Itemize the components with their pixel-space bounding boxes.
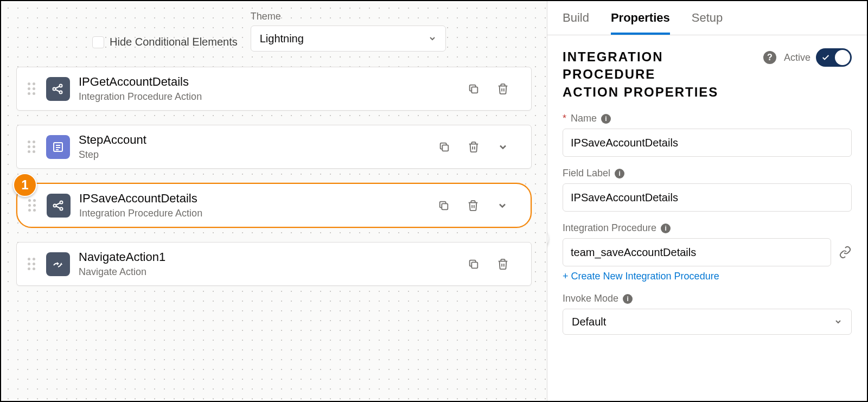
card-subtitle: Navigate Action: [79, 266, 458, 278]
card-title: NavigateAction1: [79, 250, 458, 264]
svg-line-4: [55, 90, 60, 92]
svg-rect-5: [471, 87, 477, 93]
name-label: Name: [571, 113, 597, 124]
info-icon[interactable]: i: [601, 114, 611, 124]
info-icon[interactable]: i: [615, 169, 624, 178]
invoke-mode-value: Default: [572, 316, 606, 328]
delete-icon[interactable]: [496, 258, 509, 271]
element-card-ipsaveaccountdetails[interactable]: IPSaveAccountDetails Integration Procedu…: [16, 183, 532, 228]
integration-procedure-value: team_saveAccountDetails: [571, 246, 696, 259]
properties-panel: Build Properties Setup INTEGRATION PROCE…: [547, 1, 867, 401]
panel-tabs: Build Properties Setup: [547, 1, 867, 35]
delete-icon[interactable]: [467, 199, 480, 212]
theme-field: Theme Lightning: [251, 11, 446, 52]
svg-rect-10: [442, 145, 448, 151]
canvas-area: Hide Conditional Elements Theme Lightnin…: [1, 1, 547, 401]
invoke-mode-select[interactable]: Default: [563, 309, 852, 335]
clone-icon[interactable]: [467, 258, 480, 271]
canvas-toolbar: Hide Conditional Elements Theme Lightnin…: [16, 11, 532, 52]
theme-value: Lightning: [260, 33, 304, 45]
card-subtitle: Step: [79, 149, 429, 161]
theme-label: Theme: [251, 11, 446, 22]
drag-handle-icon[interactable]: [28, 258, 37, 270]
svg-line-15: [56, 206, 60, 208]
checkbox-icon[interactable]: [92, 36, 104, 48]
panel-title-line: PROCEDURE: [563, 66, 718, 83]
invoke-mode-label: Invoke Mode: [563, 293, 618, 304]
drag-handle-icon[interactable]: [28, 199, 38, 212]
clone-icon[interactable]: [438, 141, 451, 154]
info-icon[interactable]: i: [661, 224, 671, 233]
card-title: IPGetAccountDetails: [79, 75, 458, 89]
active-toggle-label: Active: [784, 52, 810, 63]
annotation-badge-1: 1: [13, 173, 37, 197]
toggle-knob: [835, 50, 850, 65]
integration-procedure-label: Integration Procedure: [563, 222, 656, 234]
field-label-input[interactable]: IPSaveAccountDetails: [563, 183, 852, 212]
info-icon[interactable]: i: [623, 294, 633, 304]
element-card-ipgetaccountdetails[interactable]: IPGetAccountDetails Integration Procedur…: [16, 67, 532, 111]
drag-handle-icon[interactable]: [28, 82, 37, 95]
help-icon[interactable]: ?: [763, 51, 776, 64]
name-input[interactable]: IPSaveAccountDetails: [563, 129, 852, 157]
panel-body: INTEGRATION PROCEDURE ACTION PROPERTIES …: [547, 35, 867, 401]
clone-icon[interactable]: [467, 82, 480, 95]
card-title: IPSaveAccountDetails: [79, 192, 429, 206]
theme-select[interactable]: Lightning: [251, 25, 446, 52]
integration-procedure-input[interactable]: team_saveAccountDetails: [563, 238, 831, 266]
svg-line-14: [56, 203, 60, 205]
integration-procedure-icon: [46, 77, 70, 101]
step-icon: [46, 135, 70, 159]
svg-rect-17: [471, 262, 477, 268]
svg-line-3: [55, 86, 60, 88]
panel-title: INTEGRATION PROCEDURE ACTION PROPERTIES: [563, 48, 718, 101]
chevron-down-icon: [428, 34, 437, 43]
name-value: IPSaveAccountDetails: [571, 137, 678, 149]
delete-icon[interactable]: [467, 141, 480, 154]
integration-procedure-icon: [47, 194, 71, 218]
chevron-down-icon: [834, 317, 843, 326]
card-subtitle: Integration Procedure Action: [79, 208, 429, 219]
element-card-stepaccount[interactable]: StepAccount Step: [16, 125, 532, 169]
clone-icon[interactable]: [437, 199, 450, 212]
annotation-badge-2: 2: [547, 227, 548, 251]
card-subtitle: Integration Procedure Action: [79, 91, 458, 103]
panel-title-line: INTEGRATION: [563, 48, 718, 66]
active-toggle[interactable]: [816, 48, 852, 67]
field-label-label: Field Label: [563, 168, 610, 179]
required-indicator: *: [563, 113, 566, 124]
hide-conditional-checkbox[interactable]: Hide Conditional Elements: [92, 36, 238, 48]
expand-icon[interactable]: [496, 141, 509, 154]
tab-build[interactable]: Build: [563, 11, 589, 35]
create-integration-procedure-link[interactable]: + Create New Integration Procedure: [563, 271, 719, 282]
tab-properties[interactable]: Properties: [611, 11, 670, 35]
svg-rect-16: [442, 203, 448, 209]
check-icon: [821, 53, 830, 62]
navigate-action-icon: [46, 252, 70, 276]
link-icon[interactable]: [839, 246, 852, 259]
delete-icon[interactable]: [496, 82, 509, 95]
hide-conditional-label: Hide Conditional Elements: [110, 36, 238, 48]
tab-setup[interactable]: Setup: [692, 11, 723, 35]
panel-title-line: ACTION PROPERTIES: [563, 84, 718, 101]
card-title: StepAccount: [79, 133, 429, 147]
element-card-navigateaction1[interactable]: NavigateAction1 Navigate Action: [16, 242, 532, 286]
drag-handle-icon[interactable]: [28, 141, 37, 153]
expand-icon[interactable]: [496, 199, 509, 212]
field-label-value: IPSaveAccountDetails: [571, 192, 678, 204]
